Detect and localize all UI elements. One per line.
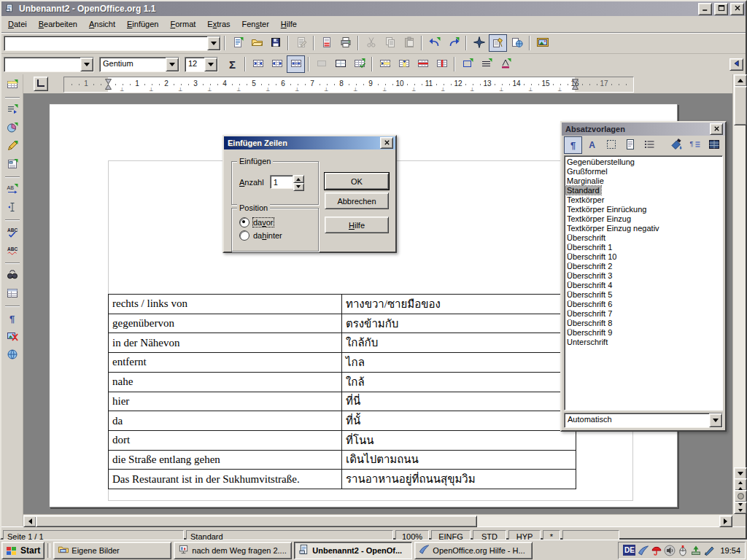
save-button[interactable] — [266, 34, 285, 52]
table-row[interactable]: entferntไกล — [109, 353, 576, 373]
menu-format[interactable]: Format — [164, 18, 201, 31]
open-button[interactable] — [247, 34, 266, 52]
radio-before-label[interactable]: davor — [253, 218, 274, 227]
tray-mouse[interactable] — [677, 545, 689, 556]
table-row[interactable]: Das Restaurant ist in der Sukhumvitstraß… — [109, 470, 576, 489]
style-item-standard[interactable]: Standard — [565, 186, 721, 195]
undo-button[interactable] — [425, 34, 444, 52]
tab-type-button[interactable] — [34, 77, 48, 91]
table-cell-thai[interactable]: ไกล — [342, 353, 576, 373]
style-item--berschrift[interactable]: Überschrift — [565, 233, 721, 243]
table-cell-german[interactable]: hier — [109, 392, 342, 412]
tray-volume[interactable] — [664, 545, 676, 556]
style-item-gegen-berstellung[interactable]: Gegenüberstellung — [565, 158, 721, 167]
scroll-right-button[interactable] — [719, 516, 732, 527]
spellcheck-button[interactable]: ABC — [3, 224, 21, 241]
table-cell-thai[interactable]: ทางขวา/ซายมือของ — [342, 295, 576, 314]
insert-row-button[interactable] — [376, 55, 394, 73]
vertical-scrollbar[interactable] — [732, 74, 746, 514]
scroll-up-button[interactable] — [734, 74, 747, 87]
borders-button[interactable] — [331, 55, 349, 73]
minimize-button[interactable] — [698, 3, 712, 15]
graphics-onoff-button[interactable] — [3, 328, 21, 346]
count-spinner[interactable]: 1 — [270, 175, 304, 189]
table-cell-thai[interactable]: ตรงข้ามกับ — [342, 314, 576, 334]
page-styles-button[interactable] — [621, 136, 639, 154]
style-item--berschrift-10[interactable]: Überschrift 10 — [565, 252, 721, 262]
style-item--berschrift-8[interactable]: Überschrift 8 — [565, 319, 721, 328]
language-indicator[interactable]: DE — [623, 545, 635, 556]
hscroll-thumb[interactable] — [36, 516, 477, 527]
tray-quickstarter[interactable] — [638, 545, 649, 556]
navigation-button[interactable] — [734, 490, 747, 502]
char-styles-button[interactable]: A — [583, 136, 601, 154]
insert-rows-dialog[interactable]: Einfügen Zeilen Einfügen Anzahl 1 — [222, 135, 397, 253]
vscroll-thumb[interactable] — [734, 86, 747, 125]
radio-after-icon[interactable] — [239, 230, 249, 241]
nonprinting-button[interactable]: ¶ — [3, 310, 21, 327]
new-style-button[interactable]: ¶ — [686, 136, 704, 154]
menu-fenster[interactable]: Fenster — [236, 18, 275, 31]
border-color-button[interactable] — [496, 55, 514, 73]
style-item--berschrift-5[interactable]: Überschrift 5 — [565, 290, 721, 300]
paragraph-style-combobox[interactable] — [4, 57, 94, 72]
table-cell-thai[interactable]: ที่โนน — [342, 431, 576, 451]
style-item-gru-formel[interactable]: Grußformel — [565, 167, 721, 176]
insert-fields-button[interactable] — [3, 101, 21, 119]
next-page-button[interactable] — [734, 502, 747, 514]
maximize-button[interactable] — [714, 3, 728, 15]
filter-dropdown-icon[interactable] — [709, 413, 722, 427]
table-cell-german[interactable]: in der Nähevon — [109, 333, 342, 353]
para-styles-button[interactable]: ¶ — [564, 136, 582, 154]
table-cell-german[interactable]: die Straße entlang gehen — [109, 451, 342, 470]
tray-safely-remove[interactable] — [690, 545, 702, 556]
dialog-titlebar[interactable]: Einfügen Zeilen — [224, 136, 395, 149]
menu-hilfe[interactable]: Hilfe — [275, 18, 303, 31]
font-size-combobox[interactable]: 12 — [185, 57, 218, 72]
line-style-button[interactable] — [477, 55, 495, 73]
find-replace-button[interactable] — [3, 267, 21, 284]
style-item--berschrift-7[interactable]: Überschrift 7 — [565, 309, 721, 319]
table-cell-german[interactable]: dort — [109, 431, 342, 451]
style-filter-combobox[interactable]: Automatisch — [564, 413, 723, 428]
scroll-left-button[interactable] — [23, 516, 36, 527]
table-cell-german[interactable]: rechts / links von — [109, 295, 342, 314]
sum-button[interactable]: Σ — [223, 55, 241, 73]
table-cell-german[interactable]: entfernt — [109, 353, 342, 373]
menu-einfgen[interactable]: Einfügen — [121, 18, 164, 31]
task-unbenannt2-openof-[interactable]: Unbenannt2 - OpenOf... — [294, 542, 412, 559]
table-cell-german[interactable]: Das Restaurant ist in der Sukhumvitstraß… — [109, 470, 342, 489]
task-eigene-bilder[interactable]: Eigene Bilder — [53, 542, 171, 559]
delete-col-button[interactable] — [433, 55, 451, 73]
auto-spellcheck-button[interactable]: ABC — [3, 242, 21, 260]
ok-button[interactable]: OK — [325, 173, 389, 190]
stylist-close-button[interactable] — [710, 123, 723, 135]
style-item-marginalie[interactable]: Marginalie — [565, 176, 721, 186]
start-button[interactable]: Start — [1, 542, 44, 559]
frame-styles-button[interactable] — [602, 136, 620, 154]
style-item-unterschrift[interactable]: Unterschrift — [565, 338, 721, 347]
form-functions-button[interactable] — [3, 156, 21, 174]
optimal-button[interactable] — [287, 55, 305, 73]
task-openoffice-org-hilfe-h-[interactable]: OpenOffice.org Hilfe - H... — [414, 542, 533, 559]
fill-format-button[interactable] — [667, 136, 685, 154]
split-cells-button[interactable] — [268, 55, 286, 73]
table-cell-thai[interactable]: ใกล้กับ — [342, 333, 576, 353]
toolbar-collapse-button[interactable] — [729, 58, 743, 71]
table-cell-german[interactable]: gegenübervon — [109, 314, 342, 334]
spin-down-icon[interactable] — [293, 183, 304, 191]
style-item--berschrift-2[interactable]: Überschrift 2 — [565, 262, 721, 271]
spin-up-icon[interactable] — [293, 175, 304, 183]
menu-extras[interactable]: Extras — [201, 18, 236, 31]
insert-object-button[interactable] — [3, 120, 21, 137]
style-list[interactable]: GegenüberstellungGrußformelMarginalieSta… — [564, 155, 723, 411]
border-style-button[interactable] — [458, 55, 476, 73]
hyperlink-button[interactable] — [508, 34, 526, 52]
delete-row-button[interactable] — [414, 55, 432, 73]
table-row[interactable]: in der Nähevonใกล้กับ — [109, 333, 576, 353]
print-button[interactable] — [336, 34, 355, 52]
redo-button[interactable] — [444, 34, 462, 52]
style-dropdown-icon[interactable] — [80, 58, 93, 71]
horizontal-ruler[interactable]: 11234567891011121314151617⊥⊥⊥⊥⊥⊥⊥⊥⊥⊥⊥⊥⊥⊥… — [63, 77, 634, 93]
style-item-textk-rper-einzug[interactable]: Textkörper Einzug — [565, 214, 721, 224]
